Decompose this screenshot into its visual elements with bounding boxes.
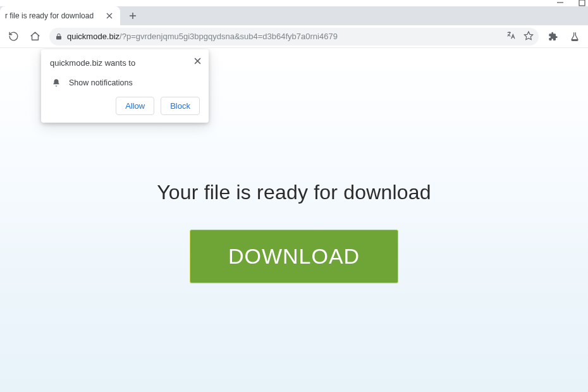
svg-rect-1 (579, 0, 585, 6)
download-button[interactable]: DOWNLOAD (190, 230, 398, 283)
window-titlebar (0, 0, 588, 6)
new-tab-button[interactable] (124, 7, 142, 25)
labs-icon[interactable] (565, 27, 584, 46)
tab-strip: r file is ready for download (0, 6, 588, 25)
url-text: quickmode.biz/?p=gvrdenjqmu5gi3bpgqydsna… (67, 32, 338, 41)
bell-icon (51, 78, 61, 88)
permission-actions: Allow Block (50, 97, 200, 115)
block-button[interactable]: Block (161, 97, 200, 115)
maximize-button[interactable] (578, 0, 585, 6)
lock-icon (54, 32, 63, 41)
reload-button[interactable] (4, 27, 23, 46)
permission-title: quickmode.biz wants to (50, 58, 200, 68)
translate-icon[interactable] (506, 30, 516, 42)
url-path: /?p=gvrdenjqmu5gi3bpgqydsna&sub4=d3b64fy… (119, 32, 338, 41)
window-controls (556, 0, 585, 6)
url-domain: quickmode.biz (67, 32, 119, 41)
permission-item-label: Show notifications (69, 78, 133, 87)
minimize-button[interactable] (556, 0, 564, 6)
extensions-button[interactable] (544, 27, 563, 46)
omnibox-actions (506, 30, 534, 42)
page-viewport: quickmode.biz wants to Show notification… (0, 48, 588, 392)
permission-item: Show notifications (50, 75, 200, 97)
address-bar[interactable]: quickmode.biz/?p=gvrdenjqmu5gi3bpgqydsna… (49, 28, 539, 46)
star-icon[interactable] (524, 30, 534, 42)
close-icon[interactable] (105, 11, 114, 20)
page-content: Your file is ready for download DOWNLOAD (0, 181, 588, 283)
tab-title: r file is ready for download (5, 11, 105, 20)
close-icon[interactable] (192, 56, 202, 66)
notification-permission-popup: quickmode.biz wants to Show notification… (41, 49, 209, 123)
svg-marker-6 (524, 32, 532, 40)
browser-toolbar: quickmode.biz/?p=gvrdenjqmu5gi3bpgqydsna… (0, 25, 588, 48)
page-headline: Your file is ready for download (157, 181, 431, 204)
tab-active[interactable]: r file is ready for download (0, 6, 120, 25)
home-button[interactable] (25, 27, 44, 46)
allow-button[interactable]: Allow (116, 97, 154, 115)
